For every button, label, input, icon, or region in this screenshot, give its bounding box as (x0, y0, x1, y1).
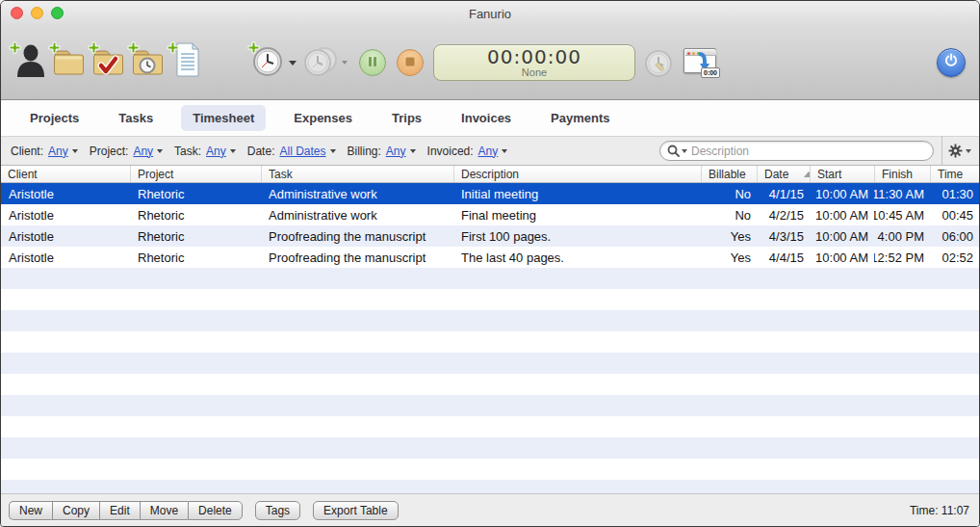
pause-icon (367, 54, 378, 71)
filter-label: Task: (174, 145, 201, 158)
filter-task: Task: Any (174, 145, 236, 158)
column-header-time[interactable]: Time (930, 166, 979, 182)
new-task-button[interactable] (90, 43, 126, 82)
search-input[interactable] (691, 145, 925, 158)
filter-label: Invoiced: (427, 145, 474, 158)
table-row[interactable]: Aristotle Rhetoric Administrative work I… (1, 183, 979, 204)
filter-project: Project: Any (90, 145, 163, 158)
search-icon (667, 145, 680, 157)
plus-icon (167, 40, 179, 58)
title-bar: Fanurio (1, 1, 979, 26)
plus-icon (88, 40, 100, 58)
recent-timers-button[interactable] (302, 43, 339, 82)
start-timer-button[interactable] (249, 43, 286, 82)
filter-value-link[interactable]: All Dates (279, 145, 325, 158)
plus-icon (48, 40, 61, 58)
mini-timer-window-button[interactable]: 0:00 (683, 48, 718, 77)
start-timer-dropdown-arrow[interactable] (289, 61, 297, 66)
chevron-down-icon[interactable] (410, 149, 416, 153)
filter-value-link[interactable]: Any (48, 145, 68, 158)
column-header-finish[interactable]: Finish (874, 166, 930, 182)
toolbar: 00:00:00 None 0:00 (1, 26, 979, 100)
tab-tasks[interactable]: Tasks (107, 105, 165, 131)
tab-payments[interactable]: Payments (539, 105, 621, 131)
filter-label: Project: (90, 145, 129, 158)
tab-invoices[interactable]: Invoices (450, 105, 523, 131)
column-header-start[interactable]: Start (810, 166, 874, 182)
column-header-description[interactable]: Description (453, 166, 701, 182)
filter-date: Date: All Dates (247, 145, 336, 158)
plus-icon (9, 40, 21, 58)
search-scope-dropdown-arrow[interactable] (682, 149, 687, 153)
column-header-billable[interactable]: Billable (701, 166, 757, 182)
tab-expenses[interactable]: Expenses (282, 105, 364, 131)
column-header-date[interactable]: Date (757, 166, 810, 182)
table-options-button[interactable] (948, 144, 971, 158)
column-header-client[interactable]: Client (1, 166, 130, 182)
new-project-button[interactable] (50, 43, 87, 82)
search-field[interactable] (659, 141, 934, 161)
stop-icon (404, 54, 416, 71)
gear-icon (948, 144, 963, 158)
pause-timer-button[interactable] (359, 49, 386, 76)
window-controls (11, 7, 64, 19)
status-bar: New Copy Edit Move Delete Tags Export Ta… (1, 493, 979, 526)
filter-value-link[interactable]: Any (133, 145, 153, 158)
filter-invoiced: Invoiced: Any (427, 145, 508, 158)
new-button[interactable]: New (9, 501, 52, 520)
new-client-button[interactable] (11, 43, 47, 82)
timer-display: 00:00:00 None (433, 44, 635, 81)
zoom-window-button[interactable] (51, 7, 64, 19)
filter-value-link[interactable]: Any (206, 145, 226, 158)
filter-label: Client: (11, 145, 43, 158)
edit-button[interactable]: Edit (99, 501, 140, 520)
filter-value-link[interactable]: Any (478, 145, 499, 158)
window-title: Fanurio (469, 7, 511, 21)
table-row[interactable]: Aristotle Rhetoric Proofreading the manu… (1, 247, 979, 268)
close-window-button[interactable] (11, 7, 23, 19)
table-row[interactable]: Aristotle Rhetoric Administrative work F… (1, 204, 979, 225)
timer-time: 00:00:00 (487, 47, 581, 66)
new-invoice-button[interactable] (168, 43, 205, 82)
power-button[interactable] (937, 48, 966, 77)
chevron-down-icon[interactable] (966, 149, 971, 153)
timesheet-table: Aristotle Rhetoric Administrative work I… (1, 183, 979, 493)
column-header-project[interactable]: Project (130, 166, 261, 182)
row-actions-group: New Copy Edit Move Delete (9, 501, 243, 520)
empty-table-area (1, 268, 979, 493)
recent-timers-dropdown-arrow[interactable] (342, 61, 348, 65)
chevron-down-icon[interactable] (72, 149, 78, 153)
total-time-label: Time: 11:07 (910, 504, 969, 517)
mini-timer-badge: 0:00 (701, 67, 720, 78)
app-window: Fanurio (0, 0, 980, 527)
filter-client: Client: Any (11, 145, 78, 158)
table-header: Client Project Task Description Billable… (1, 166, 979, 183)
new-time-entry-button[interactable] (129, 43, 166, 82)
power-icon (942, 52, 960, 73)
column-header-task[interactable]: Task (261, 166, 453, 182)
delete-button[interactable]: Delete (188, 501, 243, 520)
tab-bar: Projects Tasks Timesheet Expenses Trips … (1, 100, 979, 136)
chevron-down-icon[interactable] (157, 149, 163, 153)
chevron-down-icon[interactable] (502, 149, 507, 153)
edit-time-button[interactable] (643, 43, 674, 82)
move-button[interactable]: Move (140, 501, 188, 520)
chevron-down-icon[interactable] (330, 149, 336, 153)
chevron-down-icon[interactable] (230, 149, 236, 153)
filter-value-link[interactable]: Any (386, 145, 406, 158)
tab-projects[interactable]: Projects (18, 105, 90, 131)
filter-billing: Billing: Any (348, 145, 416, 158)
tab-trips[interactable]: Trips (380, 105, 433, 131)
stacked-clocks-icon (303, 45, 338, 82)
tags-button[interactable]: Tags (255, 501, 300, 520)
filter-label: Billing: (348, 145, 381, 158)
tab-timesheet[interactable]: Timesheet (181, 105, 266, 131)
copy-button[interactable]: Copy (52, 501, 99, 520)
filter-bar: Client: Any Project: Any Task: Any Date:… (1, 136, 979, 166)
divider (941, 136, 942, 166)
export-table-button[interactable]: Export Table (313, 501, 399, 520)
minimize-window-button[interactable] (31, 7, 43, 19)
plus-icon (247, 40, 260, 58)
table-row[interactable]: Aristotle Rhetoric Proofreading the manu… (1, 225, 979, 247)
stop-timer-button[interactable] (397, 49, 424, 76)
